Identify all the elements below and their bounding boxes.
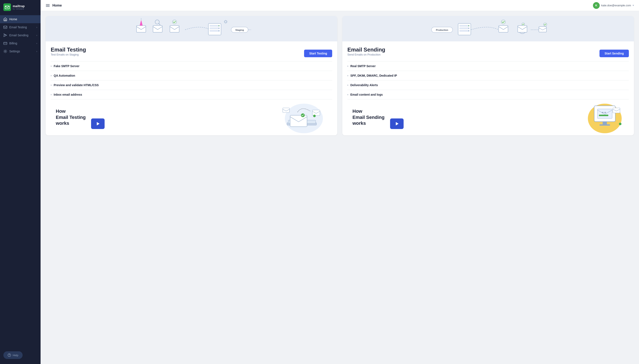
svg-rect-30 bbox=[312, 110, 320, 116]
svg-point-42 bbox=[468, 28, 469, 29]
svg-point-6 bbox=[9, 356, 9, 356]
feature-deliverability[interactable]: › Deliverability Alerts bbox=[347, 80, 629, 90]
help-area: Help bbox=[0, 348, 41, 364]
home-icon bbox=[4, 17, 7, 21]
sidebar-item-home[interactable]: Home bbox=[0, 15, 41, 23]
feature-fake-smtp[interactable]: › Fake SMTP Server bbox=[51, 62, 332, 71]
play-icon bbox=[96, 122, 100, 126]
feature-inbox-email[interactable]: › Inbox email address bbox=[51, 90, 332, 100]
svg-point-43 bbox=[468, 30, 469, 31]
feature-chevron: › bbox=[347, 84, 348, 86]
feature-chevron: › bbox=[51, 74, 52, 77]
email-sending-features: › Real SMTP Server › SPF, DKIM, DMARC, D… bbox=[347, 61, 629, 100]
sidebar: mailtrap by railsware Home Email Testing… bbox=[0, 0, 41, 364]
feature-chevron: › bbox=[51, 84, 52, 86]
content-grid: Staging Email Testing Test Emails on Sta… bbox=[41, 11, 639, 364]
sidebar-item-billing-label: Billing bbox=[9, 42, 17, 45]
user-email: kate.doe@example.com bbox=[601, 4, 631, 7]
sending-play-button[interactable] bbox=[390, 118, 404, 129]
billing-chevron: › bbox=[36, 42, 37, 44]
feature-email-logs[interactable]: › Email content and logs bbox=[347, 90, 629, 100]
svg-rect-31 bbox=[283, 108, 289, 112]
svg-rect-28 bbox=[290, 115, 307, 127]
feature-chevron: › bbox=[347, 74, 348, 77]
email-sending-title-area: Email Sending Send Emails on Production bbox=[347, 46, 385, 60]
sidebar-item-email-sending[interactable]: Email Sending › bbox=[0, 31, 41, 39]
feature-preview-html[interactable]: › Preview and validate HTML/CSS bbox=[51, 80, 332, 90]
svg-text:Staging: Staging bbox=[235, 29, 244, 31]
feature-preview-label: Preview and validate HTML/CSS bbox=[54, 84, 99, 87]
feature-chevron: › bbox=[51, 93, 52, 96]
svg-point-58 bbox=[619, 123, 621, 125]
svg-rect-53 bbox=[597, 109, 612, 118]
settings-icon bbox=[4, 50, 7, 53]
email-sending-body: Email Sending Send Emails on Production … bbox=[342, 42, 634, 135]
feature-chevron: › bbox=[51, 64, 52, 68]
sidebar-item-email-testing-label: Email Testing bbox=[9, 26, 27, 29]
testing-banner-svg: Staging bbox=[46, 16, 337, 42]
sidebar-nav: Home Email Testing › Email Sending › B bbox=[0, 14, 41, 348]
svg-rect-17 bbox=[210, 25, 220, 26]
avatar-initial: K bbox=[595, 4, 597, 7]
menu-icon[interactable] bbox=[46, 4, 50, 8]
svg-point-20 bbox=[218, 25, 219, 26]
how-sending-works: How Email Sending works bbox=[347, 100, 629, 135]
svg-rect-18 bbox=[210, 28, 220, 29]
svg-rect-11 bbox=[153, 26, 162, 32]
email-sending-subtitle: Send Emails on Production bbox=[347, 53, 385, 56]
svg-point-15 bbox=[172, 20, 177, 24]
start-testing-button[interactable]: Start Testing bbox=[304, 50, 332, 57]
svg-marker-59 bbox=[396, 122, 399, 126]
svg-marker-33 bbox=[97, 122, 100, 126]
feature-fake-smtp-label: Fake SMTP Server bbox=[54, 64, 80, 68]
user-chevron: ▾ bbox=[633, 4, 634, 7]
sidebar-item-billing[interactable]: Billing › bbox=[0, 39, 41, 47]
svg-rect-0 bbox=[4, 4, 11, 11]
page-title: Home bbox=[52, 4, 62, 8]
start-sending-button[interactable]: Start Sending bbox=[599, 50, 629, 57]
feature-spf-dkim[interactable]: › SPF, DKIM, DMARC, Dedicated IP bbox=[347, 71, 629, 80]
svg-rect-52 bbox=[599, 124, 610, 126]
logo-text: mailtrap bbox=[13, 4, 25, 8]
email-testing-title: Email Testing bbox=[51, 46, 86, 53]
svg-rect-8 bbox=[137, 26, 146, 32]
email-testing-chevron: › bbox=[36, 26, 37, 28]
feature-deliverability-label: Deliverability Alerts bbox=[350, 84, 378, 87]
topbar: Home K kate.doe@example.com ▾ bbox=[41, 0, 639, 11]
feature-chevron: › bbox=[347, 64, 348, 68]
testing-play-button[interactable] bbox=[91, 118, 105, 129]
feature-qa-label: QA Automation bbox=[54, 74, 75, 77]
svg-rect-44 bbox=[499, 26, 508, 32]
email-sending-icon bbox=[4, 33, 7, 37]
email-sending-chevron: › bbox=[36, 34, 37, 36]
how-sending-text: How Email Sending works bbox=[353, 108, 385, 126]
help-button[interactable]: Help bbox=[4, 351, 23, 359]
sidebar-item-settings-label: Settings bbox=[9, 50, 20, 53]
svg-rect-54 bbox=[599, 115, 608, 116]
sidebar-item-settings[interactable]: Settings › bbox=[0, 47, 41, 55]
topbar-right[interactable]: K kate.doe@example.com ▾ bbox=[593, 2, 634, 9]
email-sending-card: Production bbox=[342, 16, 634, 135]
svg-rect-14 bbox=[170, 26, 179, 32]
email-testing-card: Staging Email Testing Test Emails on Sta… bbox=[46, 16, 337, 135]
sending-monitor-svg bbox=[581, 104, 624, 131]
testing-emails-svg bbox=[281, 104, 327, 131]
email-sending-header: Email Sending Send Emails on Production … bbox=[347, 46, 629, 60]
sidebar-item-email-testing[interactable]: Email Testing › bbox=[0, 23, 41, 31]
email-testing-header: Email Testing Test Emails on Staging Sta… bbox=[51, 46, 332, 60]
billing-icon bbox=[4, 42, 7, 45]
play-icon-sending bbox=[395, 122, 399, 126]
email-testing-body: Email Testing Test Emails on Staging Sta… bbox=[46, 42, 337, 135]
feature-inbox-label: Inbox email address bbox=[54, 93, 82, 96]
svg-point-41 bbox=[468, 25, 469, 26]
svg-rect-40 bbox=[459, 30, 470, 32]
feature-real-smtp[interactable]: › Real SMTP Server bbox=[347, 62, 629, 71]
svg-rect-51 bbox=[603, 122, 607, 125]
avatar: K bbox=[593, 2, 600, 9]
svg-rect-2 bbox=[4, 26, 7, 28]
svg-point-21 bbox=[218, 28, 219, 29]
sending-illustration bbox=[388, 104, 624, 131]
svg-rect-38 bbox=[459, 25, 470, 26]
feature-qa-automation[interactable]: › QA Automation bbox=[51, 71, 332, 80]
logo-sub: by railsware bbox=[13, 8, 25, 10]
